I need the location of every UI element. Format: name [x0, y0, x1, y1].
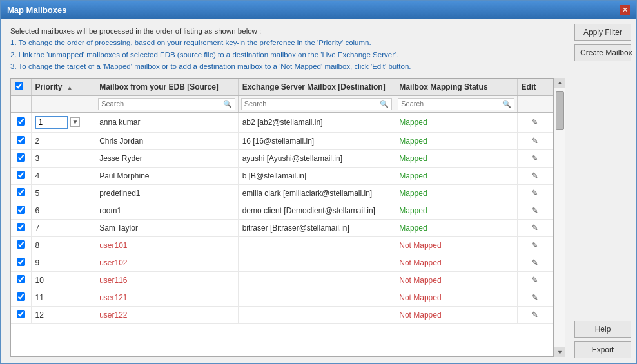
step1-text: 1. To change the order of processing, ba… — [10, 37, 565, 48]
row-checkbox[interactable] — [17, 117, 25, 126]
source-name: Sam Taylor — [99, 224, 138, 233]
scroll-down-arrow[interactable]: ▼ — [554, 347, 565, 357]
row-checkbox[interactable] — [17, 136, 25, 144]
table-scroll[interactable]: Priority ▲ Mailbox from your EDB [Source… — [11, 79, 553, 356]
table-row: 11 user121 Not Mapped ✎ — [11, 289, 553, 306]
destination-value: bitraser [Bitraser@stellamail.in] — [242, 224, 349, 233]
status-badge: Mapped — [399, 206, 427, 215]
priority-dropdown[interactable]: ▼ — [70, 117, 81, 127]
sort-asc-icon: ▲ — [67, 84, 73, 91]
dest-search-input[interactable] — [244, 100, 380, 108]
edit-icon[interactable]: ✎ — [531, 171, 538, 180]
edit-icon[interactable]: ✎ — [531, 240, 538, 250]
row-source-cell: user121 — [95, 289, 238, 306]
row-checkbox[interactable] — [17, 292, 25, 301]
destination-value: b [B@stellamail.in] — [242, 171, 307, 180]
row-checkbox[interactable] — [17, 240, 25, 249]
help-button[interactable]: Help — [574, 321, 631, 338]
status-badge: Mapped — [399, 224, 427, 233]
edit-icon[interactable]: ✎ — [531, 275, 538, 285]
row-checkbox[interactable] — [17, 258, 25, 266]
scroll-thumb[interactable] — [556, 91, 564, 130]
table-header-row: Priority ▲ Mailbox from your EDB [Source… — [11, 79, 553, 96]
dest-search-cell: 🔍 — [241, 98, 393, 110]
status-badge: Mapped — [399, 171, 427, 180]
scroll-track[interactable] — [554, 88, 565, 347]
edit-icon[interactable]: ✎ — [531, 206, 538, 215]
row-edit-cell: ✎ — [517, 306, 553, 323]
search-edit-col — [517, 95, 553, 112]
apply-filter-button[interactable]: Apply Filter — [574, 24, 631, 41]
table-row: 3 Jesse Ryder ayushi [Ayushi@stellamail.… — [11, 149, 553, 167]
row-checkbox[interactable] — [17, 275, 25, 283]
row-checkbox-cell — [11, 306, 31, 323]
row-status-cell: Not Mapped — [395, 289, 517, 306]
row-destination-cell — [238, 271, 395, 289]
row-checkbox[interactable] — [17, 153, 25, 162]
dest-search-icon: 🔍 — [380, 100, 389, 108]
source-name: user121 — [99, 293, 127, 302]
row-checkbox-cell — [11, 184, 31, 202]
row-checkbox[interactable] — [17, 310, 25, 318]
close-button[interactable]: ✕ — [620, 5, 630, 15]
row-checkbox-cell — [11, 202, 31, 219]
row-source-cell: room1 — [95, 202, 238, 219]
edit-icon[interactable]: ✎ — [531, 292, 538, 302]
source-name: user101 — [99, 241, 127, 250]
header-checkbox-col — [11, 79, 31, 96]
source-search-input[interactable] — [101, 100, 222, 108]
scrollbar: ▲ ▼ — [554, 78, 565, 357]
source-name: room1 — [99, 206, 121, 215]
header-source: Mailbox from your EDB [Source] — [95, 79, 238, 96]
content-area: Selected mailboxes will be processed in … — [1, 19, 636, 363]
row-checkbox[interactable] — [17, 171, 25, 179]
priority-value: 3 — [35, 154, 40, 163]
row-source-cell: predefined1 — [95, 184, 238, 202]
row-priority-cell: 3 — [31, 149, 95, 167]
table-row: 4 Paul Morphine b [B@stellamail.in] Mapp… — [11, 167, 553, 184]
edit-icon[interactable]: ✎ — [531, 153, 538, 163]
status-search-input[interactable] — [401, 100, 502, 108]
priority-value: 6 — [35, 206, 40, 215]
table-body: ▼ anna kumar ab2 [ab2@stellamail.in] Map… — [11, 112, 553, 323]
scroll-up-arrow[interactable]: ▲ — [554, 78, 565, 88]
edit-icon[interactable]: ✎ — [531, 136, 538, 146]
row-checkbox[interactable] — [17, 188, 25, 196]
priority-input[interactable] — [35, 116, 68, 129]
edit-icon[interactable]: ✎ — [531, 258, 538, 267]
select-all-checkbox[interactable] — [15, 82, 23, 90]
edit-icon[interactable]: ✎ — [531, 117, 538, 127]
row-source-cell: anna kumar — [95, 112, 238, 132]
row-checkbox-cell — [11, 219, 31, 236]
source-name: user102 — [99, 258, 127, 267]
row-source-cell: user116 — [95, 271, 238, 289]
row-edit-cell: ✎ — [517, 271, 553, 289]
export-button[interactable]: Export — [574, 341, 631, 358]
header-destination: Exchange Server Mailbox [Destination] — [238, 79, 395, 96]
priority-value: 9 — [35, 258, 40, 267]
row-checkbox[interactable] — [17, 206, 25, 214]
row-checkbox[interactable] — [17, 223, 25, 231]
status-badge: Mapped — [399, 118, 427, 127]
instructions: Selected mailboxes will be processed in … — [10, 25, 565, 73]
header-edit: Edit — [517, 79, 553, 96]
create-mailbox-button[interactable]: Create Mailbox — [574, 44, 631, 61]
row-source-cell: user102 — [95, 254, 238, 271]
source-name: user122 — [99, 311, 127, 320]
edit-icon[interactable]: ✎ — [531, 223, 538, 233]
table-row: 10 user116 Not Mapped ✎ — [11, 271, 553, 289]
table-row: ▼ anna kumar ab2 [ab2@stellamail.in] Map… — [11, 112, 553, 132]
row-edit-cell: ✎ — [517, 132, 553, 149]
edit-icon[interactable]: ✎ — [531, 310, 538, 320]
status-badge: Not Mapped — [399, 241, 441, 250]
source-search-cell: 🔍 — [98, 98, 235, 110]
row-status-cell: Not Mapped — [395, 236, 517, 254]
destination-value: 16 [16@stellamail.in] — [242, 137, 315, 146]
row-source-cell: user122 — [95, 306, 238, 323]
priority-value: 12 — [35, 311, 44, 320]
search-status-col: 🔍 — [395, 95, 517, 112]
row-destination-cell: bitraser [Bitraser@stellamail.in] — [238, 219, 395, 236]
edit-icon[interactable]: ✎ — [531, 188, 538, 198]
row-status-cell: Not Mapped — [395, 306, 517, 323]
table-row: 7 Sam Taylor bitraser [Bitraser@stellama… — [11, 219, 553, 236]
